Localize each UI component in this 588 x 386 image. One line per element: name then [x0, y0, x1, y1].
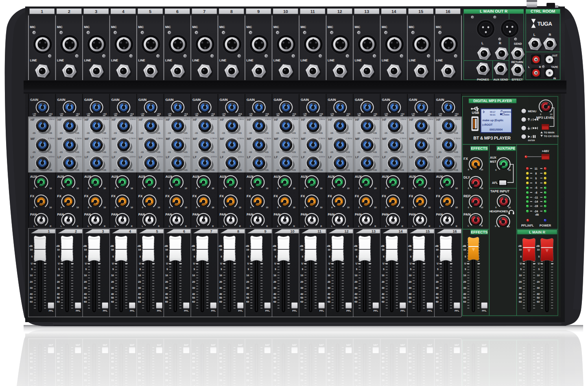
svg-text:LINE: LINE: [192, 59, 199, 62]
svg-text:L MAIN OUT R: L MAIN OUT R: [480, 9, 508, 14]
svg-text:R: R: [499, 41, 501, 45]
svg-text:9: 9: [257, 9, 260, 14]
svg-text:L: L: [533, 33, 536, 37]
svg-text:MIC: MIC: [301, 25, 306, 29]
svg-text:7: 7: [203, 9, 205, 14]
svg-text:13: 13: [364, 9, 369, 14]
svg-text:LINE: LINE: [409, 59, 416, 62]
svg-text:3: 3: [95, 9, 97, 14]
svg-text:5: 5: [149, 9, 151, 14]
svg-text:6: 6: [176, 9, 179, 14]
svg-text:MIC: MIC: [409, 25, 415, 29]
svg-text:8: 8: [230, 9, 233, 14]
svg-text:MIC: MIC: [138, 25, 144, 29]
svg-text:LINE: LINE: [328, 59, 334, 62]
svg-text:TAPE: TAPE: [551, 66, 559, 69]
svg-text:12: 12: [337, 9, 342, 14]
svg-text:LINE: LINE: [436, 59, 443, 62]
svg-text:LINE: LINE: [30, 59, 37, 62]
svg-text:LINE: LINE: [138, 59, 145, 62]
svg-text:1: 1: [41, 9, 43, 14]
svg-text:LINE: LINE: [355, 59, 362, 62]
svg-text:MIC: MIC: [247, 25, 252, 29]
svg-text:PHONES: PHONES: [477, 79, 489, 81]
svg-text:MIC: MIC: [355, 25, 361, 29]
svg-text:14: 14: [391, 9, 396, 14]
svg-text:10: 10: [283, 9, 288, 14]
svg-text:MIC: MIC: [84, 25, 90, 29]
svg-text:AUX SEND: AUX SEND: [493, 79, 508, 81]
svg-text:LINE: LINE: [247, 59, 254, 62]
svg-text:L: L: [528, 66, 530, 69]
svg-text:MIC: MIC: [436, 25, 442, 29]
svg-text:MIC: MIC: [57, 25, 63, 29]
svg-text:MIC: MIC: [30, 25, 36, 29]
svg-text:TUGA: TUGA: [537, 21, 552, 27]
svg-text:RETURN: RETURN: [511, 61, 523, 64]
svg-text:OUT: OUT: [552, 55, 557, 57]
svg-text:R: R: [539, 66, 541, 69]
svg-text:11: 11: [310, 9, 315, 14]
svg-text:MIC: MIC: [219, 25, 225, 29]
svg-text:MIC: MIC: [328, 25, 333, 29]
svg-text:MIC: MIC: [273, 25, 279, 29]
svg-text:4: 4: [122, 9, 125, 14]
svg-text:LINE: LINE: [57, 59, 64, 62]
svg-text:MIC: MIC: [382, 25, 387, 29]
svg-text:LINE: LINE: [273, 59, 280, 62]
svg-text:MIC: MIC: [192, 25, 198, 29]
svg-text:L: L: [481, 41, 483, 45]
svg-text:MIC: MIC: [165, 25, 171, 29]
svg-text:EFFECT: EFFECT: [511, 79, 523, 81]
svg-text:SEND: SEND: [514, 43, 522, 46]
svg-text:R: R: [549, 33, 551, 37]
svg-text:LINE: LINE: [111, 59, 118, 62]
svg-text:LINE: LINE: [219, 59, 226, 62]
svg-text:LINE: LINE: [165, 59, 172, 62]
svg-text:CTRL ROOM: CTRL ROOM: [531, 9, 555, 14]
svg-text:2: 2: [68, 9, 70, 14]
svg-text:16: 16: [446, 9, 450, 14]
svg-text:15: 15: [418, 9, 423, 14]
svg-text:MIC: MIC: [111, 25, 117, 29]
svg-text:LINE: LINE: [84, 59, 91, 62]
svg-text:IN: IN: [553, 77, 556, 80]
svg-text:LINE: LINE: [301, 59, 308, 62]
svg-text:LINE: LINE: [382, 59, 389, 62]
